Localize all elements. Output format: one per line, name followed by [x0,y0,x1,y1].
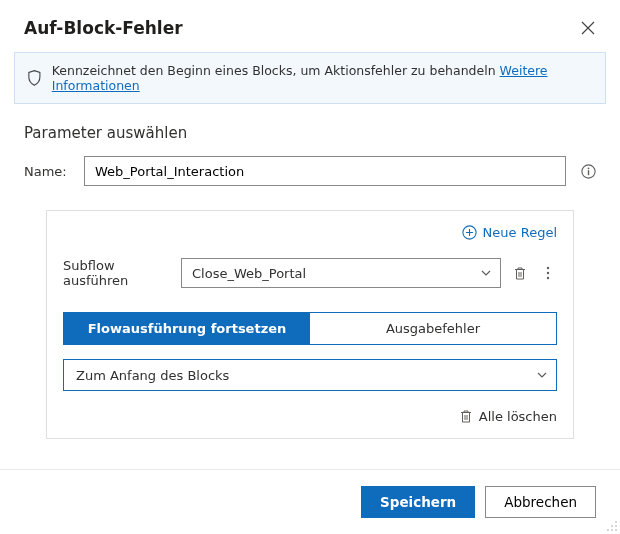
new-rule-label: Neue Regel [483,225,557,240]
trash-icon [513,266,527,281]
tab-row: Flowausführung fortsetzen Ausgabefehler [63,312,557,345]
plus-circle-icon [462,225,477,240]
name-info-button[interactable] [580,163,596,179]
subflow-select[interactable]: Close_Web_Portal [181,258,501,288]
close-button[interactable] [580,20,596,36]
shield-icon [27,69,42,87]
svg-rect-2 [587,170,588,175]
trash-icon [459,409,473,424]
name-label: Name: [24,164,70,179]
new-rule-button[interactable]: Neue Regel [462,225,557,240]
subflow-label: Subflow ausführen [63,258,171,288]
cancel-button[interactable]: Abbrechen [485,486,596,518]
resize-grip-icon[interactable] [606,520,618,532]
svg-point-9 [615,525,617,527]
close-icon [581,21,595,35]
svg-point-12 [615,529,617,531]
rules-card: Neue Regel Subflow ausführen Close_Web_P… [46,210,574,439]
dialog-footer: Speichern Abbrechen [0,469,620,534]
delete-all-label: Alle löschen [479,409,557,424]
name-input[interactable] [84,156,566,186]
info-icon [581,164,596,179]
info-banner: Kennzeichnet den Beginn eines Blocks, um… [14,52,606,104]
svg-point-6 [547,277,549,279]
continue-option-select[interactable]: Zum Anfang des Blocks [63,359,557,391]
svg-point-10 [607,529,609,531]
continue-option-value: Zum Anfang des Blocks [76,368,229,383]
svg-point-11 [611,529,613,531]
dialog-title: Auf-Block-Fehler [24,18,183,38]
svg-point-5 [547,272,549,274]
tab-throw[interactable]: Ausgabefehler [310,313,556,344]
section-title: Parameter auswählen [0,104,620,156]
delete-all-button[interactable]: Alle löschen [47,391,573,438]
chevron-down-icon [536,369,548,381]
chevron-down-icon [480,267,492,279]
more-button[interactable] [539,264,557,282]
svg-point-4 [547,267,549,269]
svg-point-8 [611,525,613,527]
more-vertical-icon [546,266,550,280]
svg-point-7 [615,521,617,523]
delete-subflow-button[interactable] [511,264,529,282]
subflow-value: Close_Web_Portal [192,266,306,281]
banner-text: Kennzeichnet den Beginn eines Blocks, um… [52,63,500,78]
save-button[interactable]: Speichern [361,486,475,518]
tab-continue[interactable]: Flowausführung fortsetzen [64,313,310,344]
svg-point-1 [587,167,589,169]
